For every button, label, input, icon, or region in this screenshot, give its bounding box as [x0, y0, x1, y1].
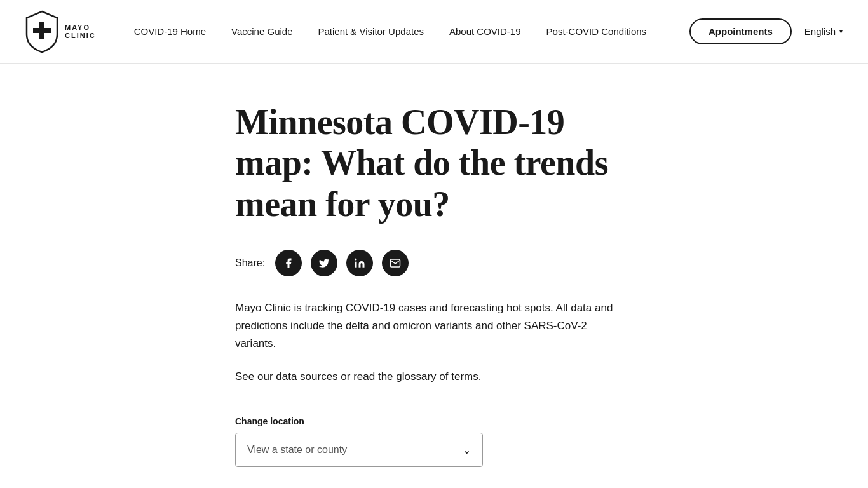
- share-email-button[interactable]: [382, 250, 409, 276]
- nav-vaccine-guide[interactable]: Vaccine Guide: [231, 26, 292, 37]
- appointments-button[interactable]: Appointments: [689, 18, 792, 44]
- location-select-placeholder: View a state or county: [247, 444, 347, 456]
- main-content: Minnesota COVID-19 map: What do the tren…: [0, 64, 868, 488]
- share-row: Share:: [235, 250, 843, 276]
- body-text: Mayo Clinic is tracking COVID-19 cases a…: [235, 299, 616, 353]
- nav-covid-home[interactable]: COVID-19 Home: [134, 26, 206, 37]
- svg-rect-2: [355, 262, 357, 268]
- nav-about-covid[interactable]: About COVID-19: [449, 26, 521, 37]
- facebook-icon: [283, 257, 294, 269]
- glossary-link[interactable]: glossary of terms: [396, 370, 478, 383]
- main-nav: COVID-19 Home Vaccine Guide Patient & Vi…: [134, 26, 689, 37]
- site-header: MAYO CLINIC COVID-19 Home Vaccine Guide …: [0, 0, 868, 64]
- see-our-text: See our data sources or read the glossar…: [235, 368, 616, 386]
- share-icons: [275, 250, 409, 276]
- change-location-label: Change location: [235, 416, 843, 426]
- nav-post-covid[interactable]: Post-COVID Conditions: [546, 26, 647, 37]
- share-label: Share:: [235, 257, 265, 269]
- language-chevron-icon: ▾: [839, 28, 843, 35]
- linkedin-icon: [354, 257, 365, 269]
- logo-text: MAYO CLINIC: [65, 24, 96, 39]
- logo[interactable]: MAYO CLINIC: [25, 10, 96, 53]
- header-right: Appointments English ▾: [689, 18, 843, 44]
- share-linkedin-button[interactable]: [346, 250, 373, 276]
- mayo-clinic-logo-icon: [25, 10, 58, 53]
- nav-patient-visitor[interactable]: Patient & Visitor Updates: [318, 26, 424, 37]
- page-title: Minnesota COVID-19 map: What do the tren…: [235, 102, 629, 224]
- data-sources-link[interactable]: data sources: [276, 370, 337, 383]
- svg-rect-1: [33, 28, 51, 33]
- language-label: English: [804, 26, 836, 37]
- language-selector[interactable]: English ▾: [804, 26, 843, 37]
- share-facebook-button[interactable]: [275, 250, 302, 276]
- twitter-icon: [318, 257, 330, 269]
- location-select-dropdown[interactable]: View a state or county ⌄: [235, 433, 483, 467]
- location-chevron-icon: ⌄: [463, 444, 471, 456]
- email-icon: [390, 257, 401, 269]
- svg-point-3: [355, 259, 357, 261]
- share-twitter-button[interactable]: [311, 250, 337, 276]
- change-location-section: Change location View a state or county ⌄: [235, 416, 843, 467]
